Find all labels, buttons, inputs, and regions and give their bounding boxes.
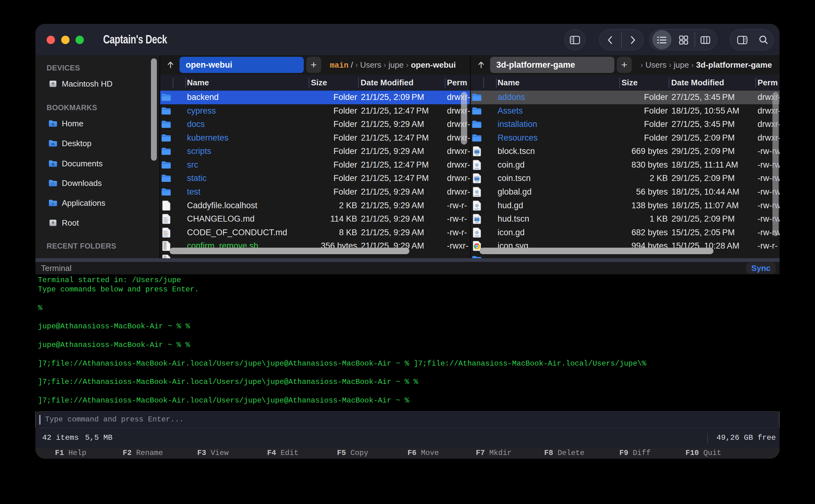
svg-text:SCENE: SCENE — [475, 222, 479, 223]
svg-text:GDSCRIPT: GDSCRIPT — [475, 209, 479, 210]
svg-text:SCENE: SCENE — [475, 182, 479, 183]
svg-text:GDSCRIPT: GDSCRIPT — [475, 168, 479, 169]
svg-text:GDSCRIPT: GDSCRIPT — [475, 195, 479, 196]
svg-text:GDSCRIPT: GDSCRIPT — [475, 236, 479, 237]
svg-text:SCENE: SCENE — [475, 155, 479, 156]
